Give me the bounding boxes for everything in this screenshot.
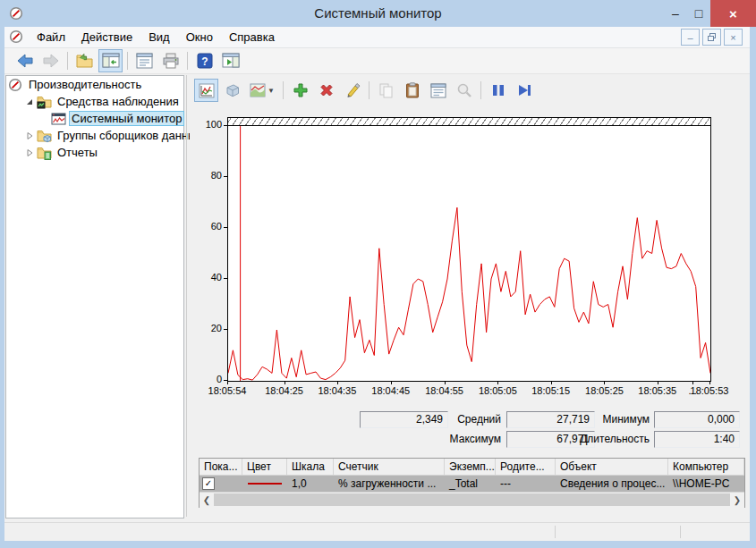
toolbar-separator xyxy=(187,52,188,70)
zoom-button[interactable] xyxy=(452,79,476,102)
properties-button[interactable] xyxy=(426,79,450,102)
back-button[interactable] xyxy=(13,49,37,72)
view-current-activity-button[interactable] xyxy=(194,79,218,102)
minimize-button[interactable]: – xyxy=(664,0,687,27)
pause-icon xyxy=(492,83,505,97)
add-counter-button[interactable] xyxy=(288,79,312,102)
x-tick-label: 18:05:53 xyxy=(684,385,735,396)
status-bar xyxy=(4,522,750,541)
properties-button[interactable] xyxy=(132,49,157,72)
chart-type-icon xyxy=(250,83,266,97)
column-header-4[interactable]: Счетчик xyxy=(334,459,445,475)
mdi-minimize-button[interactable]: – xyxy=(681,29,700,46)
chart-type-button[interactable]: ▼ xyxy=(246,79,278,102)
menu-item-вид[interactable]: Вид xyxy=(140,28,178,46)
window-title: Системный монитор xyxy=(0,5,756,21)
row-cell-4: % загруженности ... xyxy=(334,477,445,490)
column-header-3[interactable]: Шкала xyxy=(287,459,334,475)
stat-avg-value: 27,719 xyxy=(506,411,595,428)
help-button[interactable]: ? xyxy=(192,49,217,72)
row-cell-2 xyxy=(242,483,287,485)
back-icon xyxy=(16,52,34,70)
toolbar-separator xyxy=(127,52,128,70)
tree-spacer xyxy=(37,112,51,126)
paste-counter-list-button[interactable] xyxy=(400,79,424,102)
column-header-2[interactable]: Цвет xyxy=(242,459,287,475)
column-header-1[interactable]: Пока... xyxy=(200,459,242,475)
copy-icon xyxy=(378,82,394,98)
column-header-6[interactable]: Родите... xyxy=(496,459,556,475)
column-header-7[interactable]: Объект xyxy=(556,459,668,475)
show-action-pane-button[interactable] xyxy=(218,49,242,72)
menu-item-действие[interactable]: Действие xyxy=(73,28,140,46)
tree-item-отчеты[interactable]: Отчеты xyxy=(6,144,183,161)
tree-item-группы-сборщиков-данных[interactable]: Группы сборщиков данных xyxy=(6,127,183,144)
toolbar-separator xyxy=(283,81,284,99)
y-tick-label: 60 xyxy=(191,221,222,232)
properties-window-icon xyxy=(136,53,153,69)
column-header-5[interactable]: Экземп... xyxy=(445,459,496,475)
row-cell-8: \\HOME-PC xyxy=(668,477,744,490)
x-tick-label: 18:05:05 xyxy=(472,385,522,396)
highlight-button[interactable] xyxy=(340,79,364,102)
y-tick-label: 20 xyxy=(191,323,222,333)
horizontal-scrollbar[interactable]: ❮ ❯ xyxy=(200,492,744,508)
y-tick-label: 0 xyxy=(191,374,222,384)
collapsed-arrow-icon[interactable] xyxy=(22,129,37,143)
counter-table-row[interactable]: ✓1,0% загруженности ..._Total---Сведения… xyxy=(200,476,744,492)
tree-item-производительность[interactable]: Производительность xyxy=(6,76,183,93)
column-header-8[interactable]: Компьютер xyxy=(668,459,744,475)
x-tick-label: 18:05:15 xyxy=(526,385,576,396)
perfmon-window: Системный монитор – □ × ФайлДействиеВидО… xyxy=(0,0,756,548)
scroll-right-icon[interactable]: ❯ xyxy=(730,493,744,507)
update-data-button[interactable] xyxy=(512,79,536,102)
window-border-bottom xyxy=(0,540,756,548)
close-button[interactable]: × xyxy=(710,0,756,27)
panel-splitter[interactable] xyxy=(186,75,187,517)
sysmon-panel: ▼ 100806040200 18:05:5418:04:2518:04:351… xyxy=(190,75,748,540)
tree-item-label: Системный монитор xyxy=(69,111,184,126)
x-tick-mark xyxy=(285,381,285,384)
tree-item-системный-монитор[interactable]: Системный монитор xyxy=(6,110,183,127)
mdi-restore-button[interactable] xyxy=(702,29,721,46)
menu-item-файл[interactable]: Файл xyxy=(29,28,73,46)
delete-counter-button[interactable] xyxy=(314,79,338,102)
show-checkbox[interactable]: ✓ xyxy=(202,477,215,490)
menu-item-окно[interactable]: Окно xyxy=(178,28,221,46)
copy-properties-button[interactable] xyxy=(374,79,398,102)
row-cell-6: --- xyxy=(496,477,556,490)
titlebar: Системный монитор – □ × xyxy=(0,0,756,27)
view-log-data-button[interactable] xyxy=(220,79,244,102)
freeze-display-button[interactable] xyxy=(486,79,510,102)
mdi-close-button[interactable]: × xyxy=(724,29,743,46)
tree-item-label: Производительность xyxy=(26,77,144,92)
maximize-button[interactable]: □ xyxy=(687,0,710,27)
stat-max-label: Максимум xyxy=(428,433,501,445)
forward-button[interactable] xyxy=(38,49,63,72)
x-tick-mark xyxy=(551,381,552,384)
action-pane-icon xyxy=(222,53,240,69)
stat-duration-label: Длительность xyxy=(564,433,650,445)
y-tick-label: 80 xyxy=(191,170,222,181)
zoom-icon xyxy=(456,82,472,98)
show-console-tree-button[interactable] xyxy=(98,49,123,72)
menu-item-справка[interactable]: Справка xyxy=(221,28,283,46)
scroll-left-icon[interactable]: ❮ xyxy=(200,493,214,507)
folder-collector-icon xyxy=(37,129,52,143)
stat-avg-label: Средний xyxy=(454,413,501,426)
tree-item-label: Группы сборщиков данных xyxy=(55,128,205,143)
chart-view-icon xyxy=(199,83,215,98)
menu-items: ФайлДействиеВидОкноСправка xyxy=(29,27,283,47)
folder-monitor-icon xyxy=(37,95,52,109)
cpu-usage-line xyxy=(228,207,710,380)
svg-text:?: ? xyxy=(201,55,208,68)
print-button[interactable] xyxy=(158,49,183,72)
collapsed-arrow-icon[interactable] xyxy=(22,146,37,160)
tree-item-средства-наблюдения[interactable]: Средства наблюдения xyxy=(6,93,183,110)
paste-icon xyxy=(405,82,420,98)
export-button[interactable] xyxy=(72,49,97,72)
scrollbar-thumb[interactable] xyxy=(214,493,730,506)
expanded-arrow-icon[interactable] xyxy=(22,95,37,109)
tree-item-label: Отчеты xyxy=(55,145,100,160)
highlight-icon xyxy=(344,82,361,98)
